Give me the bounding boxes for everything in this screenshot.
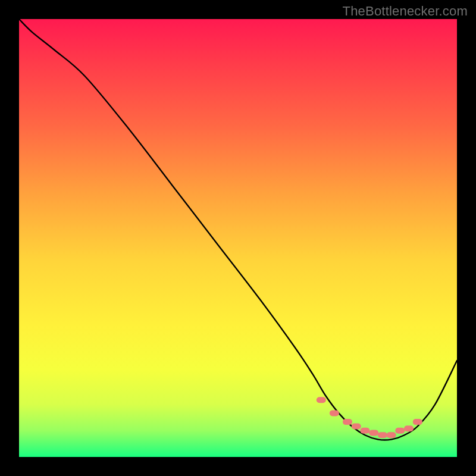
marker-dot xyxy=(369,430,378,436)
marker-dot xyxy=(352,424,361,430)
marker-dot xyxy=(330,410,339,416)
marker-dot xyxy=(387,432,396,438)
marker-dot xyxy=(395,428,405,434)
marker-dots xyxy=(317,397,422,438)
chart-frame: TheBottlenecker.com xyxy=(0,0,476,476)
marker-dot xyxy=(317,397,326,403)
chart-svg xyxy=(19,19,457,457)
marker-dot xyxy=(343,419,352,425)
marker-dot xyxy=(404,425,414,431)
bottleneck-curve xyxy=(19,19,457,440)
marker-dot xyxy=(360,428,369,434)
marker-dot xyxy=(378,432,387,438)
watermark-text: TheBottlenecker.com xyxy=(343,4,468,19)
marker-dot xyxy=(413,419,422,425)
plot-area xyxy=(19,19,457,457)
